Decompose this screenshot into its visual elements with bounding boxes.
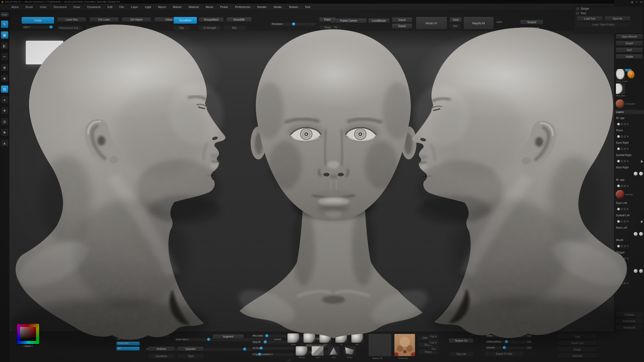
material-thumbnail[interactable]: White — [287, 333, 299, 343]
layer-box-icon[interactable] — [621, 220, 623, 223]
inflate-slider[interactable]: Inflate512 — [485, 334, 533, 338]
shaded-button[interactable]: Shaded — [520, 20, 543, 24]
menu-item[interactable]: Color — [40, 5, 47, 8]
menu-item[interactable]: Tool — [305, 5, 310, 8]
layer-dot-icon[interactable] — [617, 220, 620, 223]
rail-tool-icon[interactable]: ◧ — [1, 42, 8, 49]
geometry-sub-button[interactable]: Crease — [115, 26, 141, 30]
depth-option-button[interactable]: Depth Cue — [558, 341, 597, 345]
subtool-row[interactable]: Back Right ✎ ◉ — [614, 164, 644, 170]
timeline-button[interactable]: Timel — [450, 18, 462, 22]
view-option-button[interactable]: ViewBlack — [148, 354, 174, 358]
mid-shelf-sub-button[interactable]: Blur — [224, 26, 245, 30]
geometry-button[interactable]: Del Lower — [90, 18, 118, 22]
eye-icon[interactable]: ◉ — [640, 160, 643, 163]
shelf-thumbnail[interactable]: Color — [17, 324, 39, 344]
material-thumbnail[interactable]: MatCap — [296, 346, 308, 356]
ref-button[interactable]: Ref — [450, 24, 461, 29]
flip-button[interactable]: Flip H — [428, 334, 439, 339]
import-button[interactable]: Import — [392, 18, 412, 22]
pin-icon[interactable]: ◦ — [640, 12, 641, 14]
menu-item[interactable]: Alpha — [11, 5, 19, 8]
subtool-row[interactable]: Eyeball Right ✎ ◉ — [614, 152, 644, 158]
brush-edit-icon[interactable]: ✎ — [627, 257, 629, 260]
scale-tool-button[interactable]: Scale — [1, 12, 9, 17]
geometry-button[interactable]: Lower Res — [57, 18, 86, 22]
geometry-sub-button[interactable]: Reconstruct Subdiv — [57, 26, 83, 30]
rail-tool-icon[interactable]: ▲ — [1, 140, 8, 147]
render-option-button[interactable]: PolyFrame — [616, 318, 643, 324]
mid-shelf-button[interactable]: GroupsMask — [199, 18, 224, 22]
export-to-disk-button[interactable]: Export To Disk — [485, 352, 523, 356]
texture-off-thumbnail[interactable]: Texture Off — [369, 334, 391, 356]
tool-palette-button[interactable]: Open Recent — [616, 34, 643, 39]
layer-box-icon[interactable] — [624, 208, 626, 210]
rail-tool-icon[interactable]: ✏ — [1, 53, 8, 60]
flip-button[interactable]: Rot — [428, 347, 439, 351]
augment-button[interactable]: Augment — [213, 334, 244, 339]
render-option-button[interactable]: Preview — [616, 312, 643, 317]
rail-tool-icon[interactable]: ✎ — [1, 21, 8, 28]
sphere-thumb-icon[interactable] — [639, 269, 643, 273]
brush-edit-icon[interactable]: ✎ — [627, 220, 629, 223]
brush-edit-icon[interactable]: ✎ — [627, 135, 629, 138]
active-tool-thumbnail[interactable] — [616, 69, 625, 80]
material-thumbnail[interactable]: Toy — [335, 333, 347, 343]
layer-dot-icon[interactable] — [617, 282, 620, 285]
eye-icon[interactable]: ◉ — [640, 220, 643, 223]
subtool-row[interactable]: ✎ ◉ — [614, 121, 644, 127]
menu-item[interactable]: Picker — [220, 5, 228, 8]
save-as-button[interactable]: Save As — [605, 16, 630, 21]
layer-box-icon[interactable] — [621, 208, 623, 210]
draw-size-bar[interactable]: Draw Size — [116, 342, 140, 345]
subtool-row[interactable]: Layers ✎ ◉ — [615, 110, 644, 114]
subtool-row[interactable]: ✎ ◉ — [614, 158, 644, 164]
sphere-thumb-icon[interactable] — [634, 269, 638, 273]
layer-box-icon[interactable] — [624, 257, 626, 260]
subtool-row[interactable]: ✎ ◉ — [614, 146, 644, 152]
tool-thumbnail-2[interactable] — [616, 83, 625, 94]
material-thumbnail[interactable]: Cone — [328, 346, 340, 356]
subtool-row[interactable]: Eyes Right ✎ ◉ — [614, 140, 644, 146]
layer-box-icon[interactable] — [624, 245, 626, 247]
export-button[interactable]: Export — [392, 24, 412, 29]
localmouse-button[interactable]: LocalMouse — [368, 19, 389, 23]
sphere-thumb-icon[interactable] — [634, 172, 638, 176]
tray-grid-icon[interactable]: ▦ — [631, 1, 633, 3]
intensity-bar[interactable]: 64 — [116, 347, 140, 350]
layer-box-icon[interactable] — [621, 160, 623, 162]
layer-dot-icon[interactable] — [617, 257, 620, 260]
geometry-button[interactable]: Del Higher — [122, 18, 151, 22]
material-thumbnail[interactable]: Gray — [303, 333, 315, 343]
layer-box-icon[interactable] — [624, 160, 626, 162]
depth-option-button[interactable]: Strength — [558, 354, 597, 358]
rail-tool-icon[interactable]: ▣ — [1, 31, 8, 39]
divide-button[interactable]: Divide — [22, 17, 54, 24]
rail-tool-icon[interactable]: ◆ — [1, 75, 8, 82]
subtool-row[interactable]: Br: age ✎ ◉ — [614, 177, 644, 183]
layer-dot-icon[interactable] — [617, 123, 620, 125]
skin-texture-thumbnail[interactable]: HeadColor — [394, 334, 415, 356]
geometry-sub-button[interactable]: Cage — [86, 26, 112, 30]
flip-button[interactable]: Flip V — [428, 341, 439, 345]
layer-box-icon[interactable] — [621, 257, 623, 260]
material-thumbnail[interactable]: Wedge — [344, 346, 355, 356]
flip-left-button[interactable]: Flip Left — [449, 352, 473, 356]
material-swatch-icon[interactable] — [616, 190, 624, 199]
menu-item[interactable]: Render — [257, 5, 267, 8]
layer-box-icon[interactable] — [621, 123, 623, 125]
morph-uv-button[interactable]: Morph UV — [416, 17, 447, 29]
brush-edit-icon[interactable]: ✎ — [627, 282, 629, 285]
rail-tool-icon[interactable]: ■ — [1, 129, 8, 136]
subtool-row[interactable]: ✎ ◉ — [614, 231, 644, 237]
layer-box-icon[interactable] — [624, 135, 626, 138]
subtool-row[interactable]: ✎ ◉ — [614, 255, 644, 262]
layer-box-icon[interactable] — [624, 148, 626, 150]
layer-box-icon[interactable] — [621, 282, 623, 285]
polymesh3d-icon[interactable] — [627, 70, 634, 79]
layer-box-icon[interactable] — [624, 123, 626, 125]
brush-edit-icon[interactable]: ✎ — [627, 185, 629, 187]
depth-option-button[interactable]: Fog — [558, 334, 597, 339]
rgb-button[interactable]: Rgb — [174, 26, 190, 30]
pin-icon[interactable]: ◦ — [640, 7, 641, 10]
